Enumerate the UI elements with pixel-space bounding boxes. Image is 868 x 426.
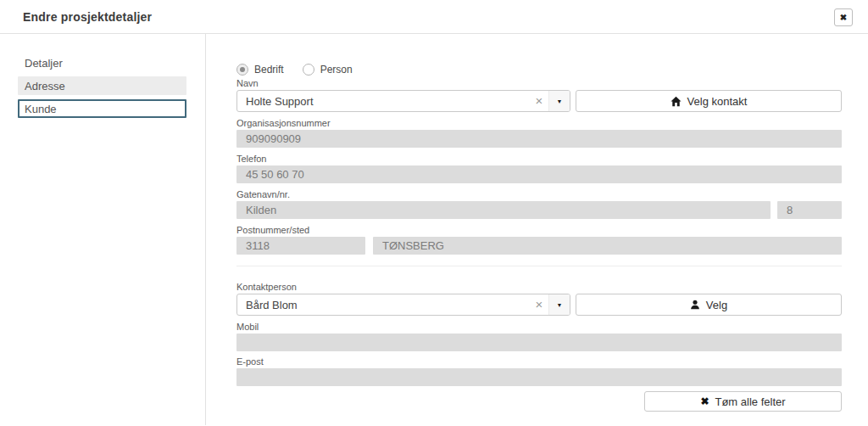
- kunde-form: Bedrift Person Navn Holte Support × ▼: [206, 34, 868, 425]
- kontaktperson-label: Kontaktperson: [236, 282, 842, 293]
- clear-icon[interactable]: ×: [530, 294, 548, 315]
- sidebar-item-label: Adresse: [25, 80, 65, 92]
- velg-kontakt-button[interactable]: Velg kontakt: [576, 90, 842, 112]
- postnummer-label: Postnummer/sted: [236, 225, 842, 236]
- sidebar-item-label: Detaljer: [25, 57, 63, 70]
- navn-combobox-value: Holte Support: [237, 95, 530, 108]
- poststed-field[interactable]: [373, 237, 842, 255]
- bedrift-radio[interactable]: Bedrift: [236, 64, 284, 76]
- home-icon: [670, 96, 682, 107]
- postnummer-field[interactable]: [236, 237, 365, 255]
- navn-combobox[interactable]: Holte Support × ▼: [236, 90, 570, 112]
- person-radio-label: Person: [320, 64, 353, 76]
- tom-alle-felter-button[interactable]: ✖ Tøm alle felter: [644, 391, 842, 412]
- velg-kontakt-button-label: Velg kontakt: [687, 95, 748, 108]
- bedrift-radio-label: Bedrift: [254, 64, 284, 76]
- telefon-label: Telefon: [236, 154, 842, 165]
- dialog-body: Detaljer Adresse Kunde Bedrift Person: [0, 34, 868, 425]
- mobil-field[interactable]: [236, 334, 842, 351]
- clear-icon[interactable]: ×: [530, 91, 548, 111]
- radio-selected-icon: [236, 64, 248, 76]
- sidebar-item-kunde[interactable]: Kunde: [18, 99, 186, 118]
- person-icon: [690, 300, 700, 310]
- mobil-label: Mobil: [236, 322, 842, 333]
- tom-alle-felter-button-label: Tøm alle felter: [715, 395, 785, 408]
- epost-label: E-post: [236, 356, 842, 367]
- sidebar-item-detaljer[interactable]: Detaljer: [18, 53, 186, 72]
- dialog-title: Endre prosjektdetaljer: [23, 10, 152, 24]
- entity-type-radio-group: Bedrift Person: [236, 64, 842, 76]
- close-icon: ✖: [840, 13, 847, 22]
- organisasjonsnummer-field[interactable]: [236, 130, 842, 148]
- kontaktperson-combobox[interactable]: Bård Blom × ▼: [236, 294, 570, 316]
- gatenavn-label: Gatenavn/nr.: [236, 189, 842, 200]
- chevron-down-icon[interactable]: ▼: [548, 91, 570, 111]
- organisasjonsnummer-label: Organisasjonsnummer: [236, 118, 842, 129]
- sidebar-item-label: Kunde: [25, 103, 57, 115]
- navn-label: Navn: [236, 78, 842, 89]
- epost-field[interactable]: [236, 368, 842, 386]
- chevron-down-icon[interactable]: ▼: [548, 294, 570, 315]
- section-divider: [236, 266, 842, 266]
- dialog-header: Endre prosjektdetaljer ✖: [0, 0, 868, 34]
- edit-project-details-dialog: Endre prosjektdetaljer ✖ Detaljer Adress…: [0, 0, 868, 426]
- telefon-field[interactable]: [236, 165, 842, 183]
- sidebar: Detaljer Adresse Kunde: [0, 34, 206, 425]
- radio-unselected-icon: [303, 64, 314, 76]
- close-button[interactable]: ✖: [834, 8, 853, 26]
- gatenummer-field[interactable]: [777, 201, 842, 219]
- velg-button[interactable]: Velg: [576, 294, 842, 316]
- person-radio[interactable]: Person: [303, 64, 353, 76]
- sidebar-item-adresse[interactable]: Adresse: [18, 76, 186, 95]
- kontaktperson-combobox-value: Bård Blom: [237, 299, 530, 311]
- gatenavn-field[interactable]: [236, 201, 771, 219]
- clear-all-icon: ✖: [700, 396, 709, 406]
- velg-button-label: Velg: [706, 299, 727, 311]
